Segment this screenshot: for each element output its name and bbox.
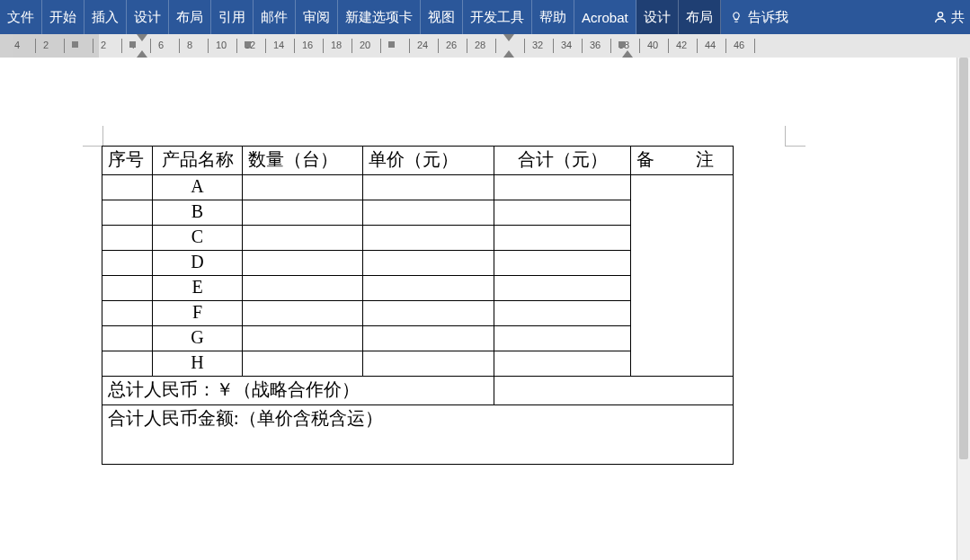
tab-stop-icon[interactable] — [245, 41, 251, 48]
ruler-segment: 24 — [415, 34, 444, 58]
cell-name[interactable]: E — [153, 276, 243, 301]
ruler-number: 26 — [446, 40, 457, 50]
ruler-number: 44 — [705, 40, 716, 50]
ruler-segment: 6 — [156, 34, 185, 58]
person-icon — [933, 10, 948, 24]
ruler-segment: 40 — [645, 34, 674, 58]
share-label: 共 — [951, 9, 965, 26]
ruler-segment: 32 — [530, 34, 559, 58]
tab-view[interactable]: 视图 — [421, 0, 463, 34]
cell-name[interactable]: G — [153, 326, 243, 351]
tab-stop-icon[interactable] — [129, 41, 136, 48]
ruler-segment: 44 — [703, 34, 732, 58]
margin-corner-top-right — [785, 126, 805, 147]
table-header-row: 序号 产品名称 数量（台） 单价（元） 合计（元） 备注 — [102, 147, 734, 175]
cell-name[interactable]: A — [153, 175, 243, 200]
ruler-number: 10 — [216, 40, 227, 50]
ruler-segment: 2 — [99, 34, 128, 58]
ruler-segment: 14 — [271, 34, 300, 58]
ruler-segment — [387, 34, 415, 58]
ruler-segment — [70, 34, 99, 58]
cell-name[interactable]: C — [153, 226, 243, 251]
hanging-indent-icon[interactable] — [137, 50, 147, 58]
ruler-number: 34 — [561, 40, 572, 50]
margin-corner-top-left — [83, 126, 103, 147]
ruler-segment: 12 — [243, 34, 271, 58]
tab-layout[interactable]: 布局 — [169, 0, 211, 34]
ruler-number: 20 — [360, 40, 370, 50]
product-table[interactable]: 序号 产品名称 数量（台） 单价（元） 合计（元） 备注 A B — [102, 146, 734, 465]
ruler-segment: 34 — [559, 34, 588, 58]
cell-name[interactable]: D — [153, 251, 243, 276]
tab-references[interactable]: 引用 — [211, 0, 254, 34]
ruler-segment: 2 — [41, 34, 70, 58]
tab-design[interactable]: 设计 — [127, 0, 169, 34]
hanging-indent-icon[interactable] — [503, 50, 514, 58]
header-name: 产品名称 — [153, 147, 243, 175]
ruler-segment: 16 — [300, 34, 329, 58]
ruler-number: 40 — [647, 40, 658, 50]
sum-row[interactable]: 合计人民币金额:（单价含税含运） — [102, 405, 734, 465]
tab-review[interactable]: 审阅 — [296, 0, 338, 34]
tab-home[interactable]: 开始 — [42, 0, 85, 34]
tab-stop-icon[interactable] — [618, 41, 625, 48]
horizontal-ruler[interactable]: 4224681012141618202426283234363840424446 — [0, 34, 970, 58]
ruler-number: 16 — [302, 40, 313, 50]
page[interactable]: 序号 产品名称 数量（台） 单价（元） 合计（元） 备注 A B — [13, 58, 948, 560]
ruler-segment: 36 — [588, 34, 617, 58]
ruler-segment: 4 — [13, 34, 41, 58]
ruler-segment: 18 — [329, 34, 358, 58]
ruler-number: 24 — [417, 40, 428, 50]
ruler-number: 2 — [43, 40, 49, 50]
scrollbar-thumb[interactable] — [959, 58, 968, 459]
ruler-number: 28 — [475, 40, 485, 50]
header-sum: 合计（元） — [494, 147, 631, 175]
hanging-indent-icon[interactable] — [622, 50, 633, 58]
document-area[interactable]: 序号 产品名称 数量（台） 单价（元） 合计（元） 备注 A B — [0, 58, 970, 560]
total-row[interactable]: 总计人民币：￥（战略合作价） — [102, 377, 734, 405]
header-seq: 序号 — [102, 147, 153, 175]
header-qty: 数量（台） — [243, 147, 363, 175]
tell-me-search[interactable]: 告诉我 — [721, 0, 797, 34]
tab-help[interactable]: 帮助 — [532, 0, 574, 34]
share-button[interactable]: 共 — [928, 0, 970, 34]
ruler-segment: 10 — [214, 34, 243, 58]
tab-insert[interactable]: 插入 — [85, 0, 127, 34]
table-row[interactable]: A — [102, 175, 734, 200]
ruler-segment: 8 — [185, 34, 214, 58]
tab-table-design[interactable]: 设计 — [636, 0, 679, 34]
first-line-indent-icon[interactable] — [503, 34, 514, 41]
svg-point-0 — [938, 13, 942, 17]
ruler-number: 8 — [187, 40, 192, 50]
ruler-number: 6 — [158, 40, 164, 50]
total-cell[interactable]: 总计人民币：￥（战略合作价） — [102, 377, 494, 405]
lightbulb-icon — [730, 11, 743, 23]
ruler-number: 32 — [532, 40, 543, 50]
ruler-number: 42 — [676, 40, 687, 50]
cell-name[interactable]: B — [153, 200, 243, 226]
tab-custom[interactable]: 新建选项卡 — [338, 0, 421, 34]
ruler-number: 46 — [734, 40, 744, 50]
header-price: 单价（元） — [363, 147, 494, 175]
tab-file[interactable]: 文件 — [0, 0, 42, 34]
header-note-a: 备 — [636, 149, 654, 169]
tell-me-label: 告诉我 — [748, 9, 788, 26]
tab-acrobat[interactable]: Acrobat — [574, 0, 636, 34]
tab-table-layout[interactable]: 布局 — [679, 0, 721, 34]
tab-stop-icon[interactable] — [388, 41, 395, 48]
ruler-number: 2 — [101, 40, 106, 50]
note-merged-cell[interactable] — [631, 175, 734, 377]
vertical-scrollbar[interactable] — [957, 58, 970, 560]
cell-name[interactable]: H — [153, 351, 243, 377]
cell-name[interactable]: F — [153, 301, 243, 326]
first-line-indent-icon[interactable] — [137, 34, 147, 41]
ruler-segment: 42 — [674, 34, 703, 58]
tab-developer[interactable]: 开发工具 — [463, 0, 532, 34]
tab-mailings[interactable]: 邮件 — [254, 0, 296, 34]
tab-stop-icon[interactable] — [72, 41, 78, 48]
header-note-b: 注 — [696, 149, 714, 169]
ruler-number: 14 — [273, 40, 284, 50]
sum-cell[interactable]: 合计人民币金额:（单价含税含运） — [102, 405, 734, 465]
ruler-segment: 20 — [358, 34, 387, 58]
ruler-segment: 46 — [732, 34, 761, 58]
